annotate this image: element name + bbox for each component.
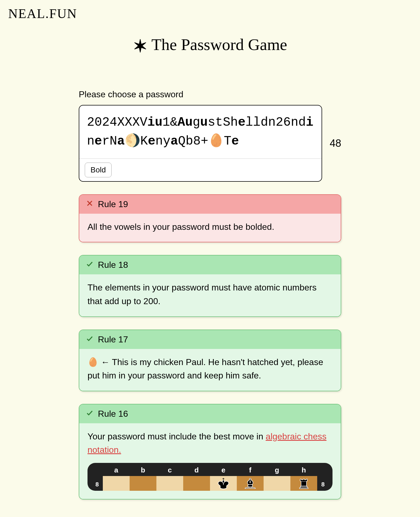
chess-squares — [103, 476, 317, 491]
password-segment[interactable]: 2024XXXV — [87, 115, 147, 130]
password-segment[interactable]: iu — [147, 115, 162, 130]
password-segment[interactable]: e — [95, 134, 102, 148]
chess-file-label: g — [264, 465, 290, 475]
chess-file-label: h — [290, 465, 317, 475]
password-prompt-label: Please choose a password — [79, 89, 341, 99]
password-segment[interactable]: u — [200, 115, 208, 130]
check-icon — [86, 334, 94, 345]
rule-body: 🥚 ← This is my chicken Paul. He hasn't h… — [79, 349, 341, 391]
password-segment[interactable]: e — [238, 115, 246, 130]
chess-square — [103, 476, 130, 491]
password-segment[interactable]: Qb8+🥚T — [178, 134, 231, 148]
rule-header: Rule 16 — [79, 404, 341, 423]
rule-body: Your password must include the best move… — [79, 423, 341, 499]
chess-row: 88 — [91, 476, 329, 491]
rule-header: Rule 17 — [79, 330, 341, 349]
title-text: The Password Game — [151, 36, 287, 54]
chess-file-label: e — [210, 465, 237, 475]
rule-card: Rule 16Your password must include the be… — [79, 404, 341, 500]
chess-square — [210, 476, 237, 491]
password-segment[interactable]: stSh — [208, 115, 238, 130]
rule-body-text: 🥚 ← This is my chicken Paul. He hasn't h… — [88, 357, 323, 381]
chess-file-label: d — [183, 465, 210, 475]
rule-card: Rule 19All the vowels in your password m… — [79, 194, 341, 243]
password-segment[interactable]: ny — [155, 134, 170, 148]
rule-body-text: All the vowels in your password must be … — [88, 222, 274, 232]
password-segment[interactable]: n — [87, 134, 95, 148]
chess-file-label: a — [103, 465, 130, 475]
rule-body: The elements in your password must have … — [79, 274, 341, 316]
password-segment[interactable]: a — [170, 134, 178, 148]
chess-square — [290, 476, 317, 491]
rule-body: All the vowels in your password must be … — [79, 214, 341, 242]
password-segment[interactable]: e — [231, 134, 239, 148]
black-king-icon — [216, 476, 231, 490]
rule-header: Rule 18 — [79, 255, 341, 274]
rule-card: Rule 18The elements in your password mus… — [79, 255, 341, 317]
password-segment[interactable]: Au — [177, 115, 192, 130]
password-segment[interactable]: a — [117, 134, 125, 148]
chess-square — [156, 476, 183, 491]
black-rook-icon — [297, 476, 311, 490]
rule-body-text: Your password must include the best move… — [88, 431, 266, 441]
password-segment[interactable]: 🌖K — [125, 134, 148, 148]
chess-file-labels: abcdefgh — [91, 464, 329, 476]
chess-square — [264, 476, 290, 491]
rule-number: Rule 16 — [98, 409, 128, 419]
chess-square — [237, 476, 264, 491]
black-bishop-icon — [243, 476, 257, 490]
page-title: ✶ The Password Game — [79, 35, 341, 57]
rule-number: Rule 18 — [98, 260, 128, 270]
password-segment[interactable]: e — [148, 134, 156, 148]
chess-square — [130, 476, 156, 491]
x-icon — [86, 199, 94, 209]
chess-file-label: c — [156, 465, 183, 475]
rule-number: Rule 17 — [98, 334, 128, 345]
chess-file-label: f — [237, 465, 264, 475]
check-icon — [86, 260, 94, 270]
password-segment[interactable]: 1& — [162, 115, 177, 130]
site-logo[interactable]: NEAL.FUN — [0, 0, 420, 27]
rules-list: Rule 19All the vowels in your password m… — [79, 194, 341, 500]
password-segment[interactable]: lldn26nd — [246, 115, 306, 130]
chess-square — [183, 476, 210, 491]
rule-header: Rule 19 — [79, 195, 341, 214]
password-box: 2024XXXViu1&AugustShelldn26ndinerNa🌖Keny… — [79, 105, 322, 182]
check-icon — [86, 409, 94, 419]
password-segment[interactable]: rN — [102, 134, 117, 148]
character-count: 48 — [330, 137, 341, 149]
password-input[interactable]: 2024XXXViu1&AugustShelldn26ndinerNa🌖Keny… — [79, 105, 322, 158]
title-asterisk-icon: ✶ — [133, 37, 148, 56]
chess-file-label: b — [130, 465, 156, 475]
rule-card: Rule 17🥚 ← This is my chicken Paul. He h… — [79, 330, 341, 391]
editor-toolbar: Bold — [79, 158, 322, 181]
chess-rank-label: 8 — [91, 476, 103, 491]
chess-rank-label: 8 — [317, 476, 329, 491]
bold-button[interactable]: Bold — [85, 163, 112, 177]
password-segment[interactable]: g — [193, 115, 200, 130]
password-segment[interactable]: i — [306, 115, 314, 130]
rule-body-text: The elements in your password must have … — [88, 283, 317, 306]
chessboard: abcdefgh88 — [88, 463, 332, 491]
rule-number: Rule 19 — [98, 199, 128, 209]
